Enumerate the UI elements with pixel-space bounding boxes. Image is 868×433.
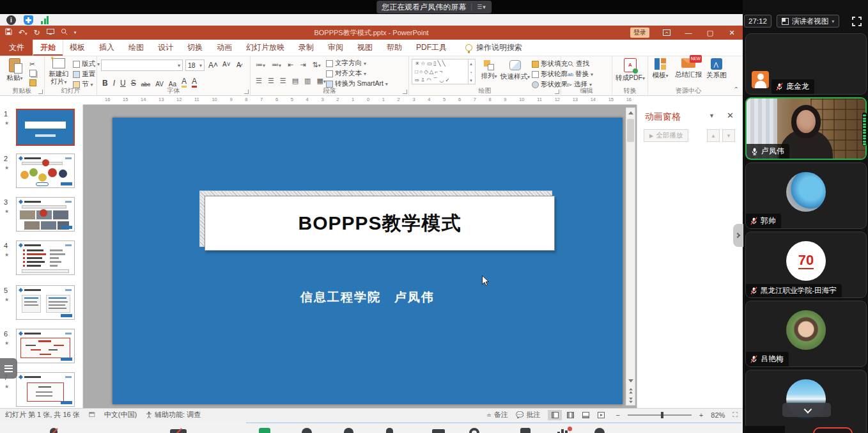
watching-banner[interactable]: 您正在观看卢凤伟的屏幕 ☰▾ xyxy=(376,1,492,13)
align-text-button[interactable]: 对齐文本▾ xyxy=(326,69,366,78)
tab-pdf-tools[interactable]: PDF工具 xyxy=(409,40,454,56)
ppt-titlebar[interactable]: ↶▾ ↻ ▾ BOPPPS教学模式.pptx - PowerPoint 登录 —… xyxy=(0,26,743,40)
animation-pane-dropdown-icon[interactable]: ▼ xyxy=(709,113,715,119)
print-preview-icon[interactable] xyxy=(61,28,68,37)
login-button[interactable]: 登录 xyxy=(630,28,649,38)
banner-dropdown-icon[interactable]: ☰▾ xyxy=(477,4,486,10)
chat-icon[interactable] xyxy=(386,428,393,433)
accessibility-status[interactable]: 辅助功能: 调查 xyxy=(146,410,201,420)
tab-transitions[interactable]: 切换 xyxy=(180,40,210,56)
find-button[interactable]: 查找 xyxy=(568,59,589,68)
play-all-button[interactable]: ▶全部播放 xyxy=(644,129,688,142)
fullscreen-icon[interactable] xyxy=(852,17,862,26)
title-banner[interactable]: BOPPPS教学模式 xyxy=(205,196,555,251)
to-pdf-button[interactable]: A 转成PDF▾ xyxy=(615,58,646,83)
save-icon[interactable] xyxy=(5,28,12,37)
move-earlier-icon[interactable]: ▲ xyxy=(707,129,720,142)
fit-slide-button[interactable]: ⛶ xyxy=(732,411,738,419)
zoom-level[interactable]: 82% xyxy=(711,411,725,419)
maximize-button[interactable]: ▢ xyxy=(699,26,721,40)
align-buttons[interactable]: ☰☰☰▤▥▦▾ xyxy=(256,77,326,85)
security-icon[interactable] xyxy=(302,428,312,433)
participant-tile[interactable]: 郭帅 xyxy=(745,162,867,229)
move-later-icon[interactable]: ▼ xyxy=(722,129,735,142)
close-button[interactable]: ✕ xyxy=(721,26,743,40)
copy-button[interactable] xyxy=(29,70,36,77)
scroll-more-participants-button[interactable] xyxy=(782,403,831,417)
undo-icon[interactable]: ↶▾ xyxy=(19,28,27,37)
layout-button[interactable]: 版式▾ xyxy=(73,59,100,68)
slide-sorter-view-button[interactable] xyxy=(563,410,577,420)
clear-formatting-button[interactable]: A̷ xyxy=(236,61,241,68)
tab-draw[interactable]: 绘图 xyxy=(121,40,151,56)
tab-review[interactable]: 审阅 xyxy=(321,40,350,56)
participants-icon[interactable] xyxy=(344,428,353,433)
slide-editor-area[interactable]: BOPPPS教学模式 信息工程学院 卢凤伟 xyxy=(83,105,637,408)
list-buttons[interactable]: ≔▾≕▾⇤⇥⇅▾ xyxy=(256,61,321,69)
tab-view[interactable]: 视图 xyxy=(350,40,380,56)
slide-3-thumbnail[interactable] xyxy=(16,197,75,232)
font-dialog-launcher[interactable] xyxy=(244,90,249,94)
zoom-slider-thumb[interactable] xyxy=(661,412,663,418)
slide-2-thumbnail[interactable] xyxy=(16,154,75,188)
participant-tile[interactable]: 70 黑龙江职业学院-田海宇 xyxy=(745,232,867,298)
minimize-button[interactable]: — xyxy=(678,26,699,40)
scroll-up-icon[interactable] xyxy=(626,108,635,118)
text-direction-button[interactable]: 文字方向▾ xyxy=(326,59,366,68)
start-slideshow-icon[interactable] xyxy=(47,28,54,37)
display-settings-icon[interactable]: 🗔 xyxy=(89,411,95,418)
template-button[interactable]: 模板▾ xyxy=(649,58,671,80)
shrink-font-button[interactable]: A˅ xyxy=(222,61,231,68)
tab-insert[interactable]: 插入 xyxy=(92,40,121,56)
cut-button[interactable]: ✂ xyxy=(29,60,35,68)
arrange-button[interactable]: 排列▾ xyxy=(479,60,499,81)
record-icon[interactable] xyxy=(432,429,445,433)
summary-report-button[interactable]: NEW 总结汇报 xyxy=(672,58,704,78)
shapes-gallery[interactable]: ✳☆▭▯╲╲□○◇△⌐¬⇨⇩◠⌒◡✓ ▲▪▼ xyxy=(412,59,476,84)
paragraph-dialog-launcher[interactable] xyxy=(403,90,407,94)
drawing-dialog-launcher[interactable] xyxy=(555,90,559,94)
participant-tile[interactable]: 庞金龙 xyxy=(745,33,867,95)
settings-gear-icon[interactable] xyxy=(594,428,605,433)
sidebar-collapse-handle[interactable] xyxy=(733,224,743,247)
font-name-select[interactable]: ▾ xyxy=(101,59,183,71)
info-icon[interactable]: i xyxy=(6,15,16,25)
grow-font-button[interactable]: A˄ xyxy=(208,61,218,70)
relation-diagram-button[interactable]: 关系图 xyxy=(706,58,727,79)
shield-protect-icon[interactable] xyxy=(24,15,33,25)
normal-view-button[interactable] xyxy=(548,410,562,420)
partial-red-button[interactable] xyxy=(813,427,853,433)
tab-slideshow[interactable]: 幻灯片放映 xyxy=(239,40,291,56)
slide-6-thumbnail[interactable] xyxy=(16,329,75,363)
reaction-icon[interactable] xyxy=(469,428,479,433)
quick-styles-button[interactable]: 快速样式▾ xyxy=(500,60,531,81)
horizontal-ruler[interactable]: 1615141312111098765432101234567891011121… xyxy=(83,96,637,105)
tab-home[interactable]: 开始 xyxy=(33,40,63,56)
paste-button[interactable]: 粘贴▾ xyxy=(4,58,26,83)
replace-button[interactable]: ab替换▾ xyxy=(568,70,593,79)
scroll-thumb[interactable] xyxy=(627,119,634,142)
meeting-float-list-button[interactable] xyxy=(0,358,17,379)
share-screen-icon[interactable] xyxy=(259,428,270,433)
zoom-slider[interactable] xyxy=(628,414,692,416)
participant-tile[interactable] xyxy=(745,370,867,433)
tab-record[interactable]: 录制 xyxy=(291,40,321,56)
font-size-select[interactable]: 18▾ xyxy=(185,59,205,71)
tell-me-search[interactable]: 操作说明搜索 xyxy=(465,40,522,56)
view-mode-select[interactable]: 演讲者视图 ▾ xyxy=(777,15,840,28)
tab-help[interactable]: 帮助 xyxy=(380,40,409,56)
ribbon-display-options-icon[interactable] xyxy=(656,26,678,40)
participant-tile[interactable]: 吕艳梅 xyxy=(745,301,867,367)
tab-file[interactable]: 文件 xyxy=(0,40,33,56)
slide-4-thumbnail[interactable] xyxy=(16,240,75,275)
scroll-down-icon[interactable] xyxy=(626,376,635,386)
notes-button[interactable]: ≐备注 xyxy=(486,410,508,420)
format-painter-button[interactable] xyxy=(29,79,36,86)
zoom-in-button[interactable]: + xyxy=(699,411,703,419)
redo-icon[interactable]: ↻ xyxy=(34,28,40,37)
tab-animations[interactable]: 动画 xyxy=(210,40,239,56)
zoom-out-button[interactable]: − xyxy=(616,411,619,419)
slide-5-thumbnail[interactable] xyxy=(16,285,75,320)
slide-1-thumbnail[interactable] xyxy=(16,109,75,146)
slide-7-thumbnail[interactable] xyxy=(16,372,75,407)
